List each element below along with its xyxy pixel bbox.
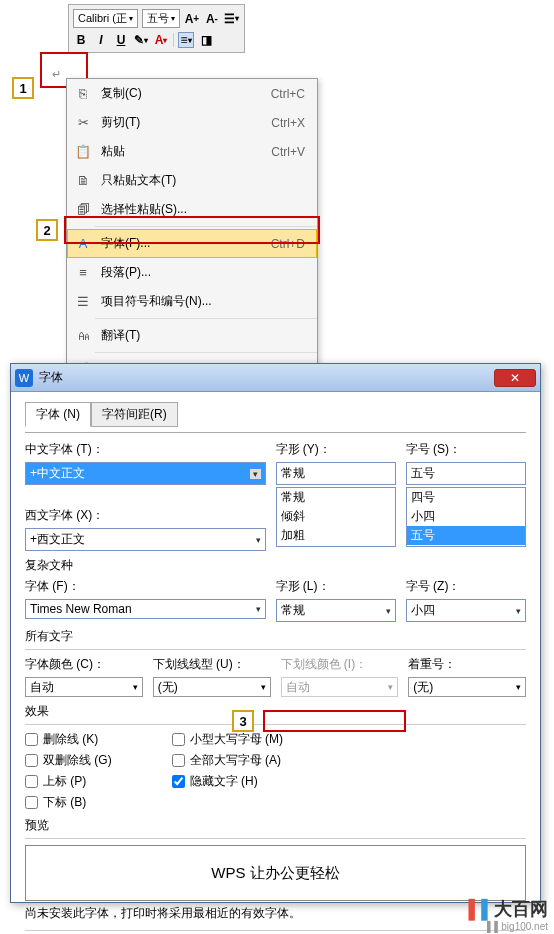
font-dialog: W 字体 ✕ 字体 (N) 字符间距(R) 中文字体 (T)： +中文正文▾ 字… — [10, 363, 541, 903]
callout-3: 3 — [232, 710, 254, 732]
strike-checkbox[interactable]: 删除线 (K) — [25, 731, 112, 748]
allcaps-checkbox[interactable]: 全部大写字母 (A) — [172, 752, 283, 769]
font-note: 尚未安装此字体，打印时将采用最相近的有效字体。 — [25, 905, 526, 922]
font-name-select[interactable]: Calibri (正▾ — [73, 9, 138, 28]
eraser-icon[interactable]: ◨ — [198, 32, 214, 48]
bold-button[interactable]: B — [73, 32, 89, 48]
subscript-checkbox[interactable]: 下标 (B) — [25, 794, 112, 811]
menu-paragraph[interactable]: ≡段落(P)... — [67, 258, 317, 287]
callout-2-highlight — [64, 216, 320, 244]
copy-icon: ⎘ — [73, 86, 93, 101]
underline-style-label: 下划线线型 (U)： — [153, 656, 271, 673]
close-button[interactable]: ✕ — [494, 369, 536, 387]
italic-button[interactable]: I — [93, 32, 109, 48]
superscript-checkbox[interactable]: 上标 (P) — [25, 773, 112, 790]
watermark: ▌▌大百网 ▌▌big100.net — [468, 897, 548, 932]
cn-font-select[interactable]: +中文正文▾ — [25, 462, 266, 485]
app-icon: W — [15, 369, 33, 387]
preview-box: WPS 让办公更轻松 — [25, 845, 526, 901]
complex-script-label: 复杂文种 — [25, 557, 526, 574]
tab-spacing[interactable]: 字符间距(R) — [91, 402, 178, 427]
style-input[interactable]: 常规 — [276, 462, 396, 485]
underline-style-select[interactable]: (无)▾ — [153, 677, 271, 697]
callout-1: 1 — [12, 77, 34, 99]
dstrike-checkbox[interactable]: 双删除线 (G) — [25, 752, 112, 769]
en-font-label: 西文字体 (X)： — [25, 507, 266, 524]
paste-special-icon: 🗐 — [73, 202, 93, 217]
list-icon: ☰ — [73, 294, 93, 309]
underline-button[interactable]: U — [113, 32, 129, 48]
translate-icon: 🗛 — [73, 328, 93, 343]
font-size-select[interactable]: 五号▾ — [142, 9, 180, 28]
complex-size-select[interactable]: 小四▾ — [406, 599, 526, 622]
menu-translate[interactable]: 🗛翻译(T) — [67, 321, 317, 350]
size-label: 字号 (S)： — [406, 441, 526, 458]
menu-copy[interactable]: ⎘复制(C)Ctrl+C — [67, 79, 317, 108]
emphasis-label: 着重号： — [408, 656, 526, 673]
menu-cut[interactable]: ✂剪切(T)Ctrl+X — [67, 108, 317, 137]
complex-style-select[interactable]: 常规▾ — [276, 599, 396, 622]
complex-size-label: 字号 (Z)： — [406, 578, 526, 595]
dialog-title: 字体 — [39, 369, 494, 386]
complex-style-label: 字形 (L)： — [276, 578, 396, 595]
font-color-select[interactable]: 自动▾ — [25, 677, 143, 697]
align-button[interactable]: ≡▾ — [178, 32, 194, 48]
emphasis-select[interactable]: (无)▾ — [408, 677, 526, 697]
menu-paste[interactable]: 📋粘贴Ctrl+V — [67, 137, 317, 166]
preview-label: 预览 — [25, 817, 526, 834]
all-text-label: 所有文字 — [25, 628, 526, 645]
complex-font-label: 字体 (F)： — [25, 578, 266, 595]
menu-bullets[interactable]: ☰项目符号和编号(N)... — [67, 287, 317, 316]
callout-3-highlight — [263, 710, 406, 732]
highlight-button[interactable]: ✎▾ — [133, 32, 149, 48]
formatting-toolbar: Calibri (正▾ 五号▾ A+ A- ☰▾ B I U ✎▾ A▾ ≡▾ … — [68, 4, 245, 53]
hidden-checkbox[interactable]: 隐藏文字 (H) — [172, 773, 283, 790]
clipboard-icon: 📋 — [73, 144, 93, 159]
en-font-select[interactable]: +西文正文▾ — [25, 528, 266, 551]
style-label: 字形 (Y)： — [276, 441, 396, 458]
paste-text-icon: 🗎 — [73, 173, 93, 188]
grow-font-icon[interactable]: A+ — [184, 11, 200, 27]
line-spacing-icon[interactable]: ☰▾ — [224, 11, 240, 27]
underline-color-label: 下划线颜色 (I)： — [281, 656, 399, 673]
scissors-icon: ✂ — [73, 115, 93, 130]
size-input[interactable]: 五号 — [406, 462, 526, 485]
menu-paste-text[interactable]: 🗎只粘贴文本(T) — [67, 166, 317, 195]
underline-color-select: 自动▾ — [281, 677, 399, 697]
font-color-button[interactable]: A▾ — [153, 32, 169, 48]
callout-2: 2 — [36, 219, 58, 241]
tab-font[interactable]: 字体 (N) — [25, 402, 91, 427]
shrink-font-icon[interactable]: A- — [204, 11, 220, 27]
dialog-titlebar[interactable]: W 字体 ✕ — [11, 364, 540, 392]
cn-font-label: 中文字体 (T)： — [25, 441, 266, 458]
complex-font-select[interactable]: Times New Roman▾ — [25, 599, 266, 619]
font-color-label: 字体颜色 (C)： — [25, 656, 143, 673]
smallcaps-checkbox[interactable]: 小型大写字母 (M) — [172, 731, 283, 748]
paragraph-icon: ≡ — [73, 265, 93, 280]
